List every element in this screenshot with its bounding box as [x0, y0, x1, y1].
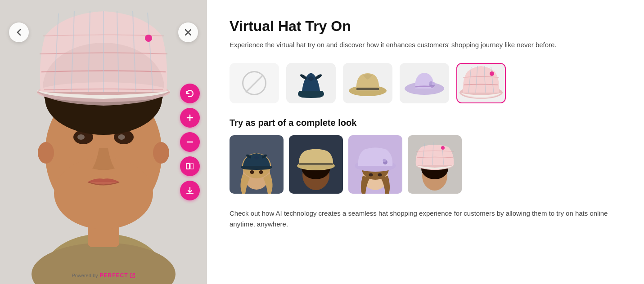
look-card-4[interactable] [408, 135, 462, 194]
look-card-1[interactable] [230, 135, 284, 194]
powered-by-text: Powered by [72, 273, 98, 278]
hat-option-navy-bow[interactable] [286, 63, 336, 103]
svg-point-11 [118, 134, 125, 140]
try-on-viewer: Powered by PERFECT [0, 0, 207, 284]
svg-point-15 [145, 35, 152, 42]
svg-point-51 [383, 159, 386, 162]
zoom-out-button[interactable] [180, 132, 200, 152]
look-3-image [348, 135, 402, 194]
zoom-in-button[interactable] [180, 108, 200, 128]
lavender-hat-image [404, 66, 445, 100]
tool-buttons [180, 84, 200, 200]
mirror-button[interactable] [180, 156, 200, 176]
page-title: Virtual Hat Try On [230, 18, 621, 35]
svg-rect-20 [190, 164, 194, 169]
page-description: Experience the virtual hat try on and di… [230, 40, 617, 50]
svg-point-30 [490, 71, 494, 76]
svg-point-36 [254, 156, 259, 160]
svg-point-34 [250, 170, 254, 174]
svg-rect-43 [299, 163, 333, 165]
hat-option-none[interactable] [230, 63, 279, 103]
main-container: Powered by PERFECT Virtual Hat Try On Ex… [0, 0, 644, 284]
hat-selector [230, 63, 621, 103]
bottom-description: Check out how AI technology creates a se… [230, 208, 621, 230]
svg-point-55 [428, 173, 432, 176]
hat-option-pink-plaid[interactable] [456, 63, 506, 103]
hat-option-lavender[interactable] [400, 63, 449, 103]
svg-point-22 [308, 76, 314, 81]
svg-rect-19 [186, 164, 189, 169]
look-1-image [230, 135, 284, 194]
svg-point-35 [259, 170, 263, 174]
reset-button[interactable] [180, 84, 200, 103]
look-card-3[interactable] [348, 135, 402, 194]
back-button[interactable] [9, 22, 29, 42]
look-grid [230, 135, 621, 194]
download-button[interactable] [180, 181, 200, 200]
beige-fedora-image [347, 66, 388, 100]
svg-point-41 [318, 172, 323, 175]
svg-point-48 [378, 173, 382, 176]
svg-point-28 [432, 82, 435, 85]
navy-bow-hat-image [291, 66, 331, 100]
svg-point-6 [153, 142, 169, 164]
right-panel: Virtual Hat Try On Experience the virtua… [207, 0, 644, 284]
brand-name: PERFECT [100, 272, 128, 279]
powered-by-label: Powered by PERFECT [72, 272, 135, 279]
svg-point-40 [309, 172, 314, 175]
look-card-2[interactable] [289, 135, 343, 194]
svg-point-5 [38, 142, 54, 164]
look-4-image [408, 135, 462, 194]
close-button[interactable] [178, 22, 198, 42]
no-hat-icon [242, 71, 266, 95]
face-background [0, 0, 207, 284]
svg-point-47 [369, 173, 373, 176]
look-2-image [289, 135, 343, 194]
svg-point-10 [77, 134, 85, 140]
pink-plaid-hat-image [459, 65, 504, 102]
hat-option-beige-fedora[interactable] [343, 63, 392, 103]
svg-point-56 [437, 173, 441, 176]
face-svg [0, 0, 207, 284]
external-link-icon [130, 273, 135, 278]
svg-point-58 [441, 146, 445, 150]
svg-rect-24 [356, 88, 379, 90]
look-section-title: Try as part of a complete look [230, 118, 621, 128]
